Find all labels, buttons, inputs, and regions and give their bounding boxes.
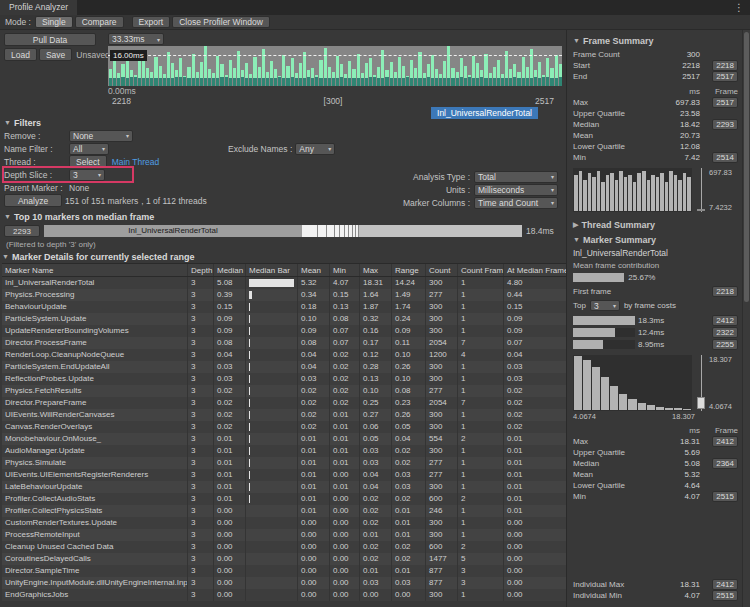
- marker-row[interactable]: ProcessRemoteInput30.000.000.000.010.013…: [2, 529, 566, 541]
- frame-link-button[interactable]: 2514: [712, 152, 738, 163]
- frame-link-button[interactable]: 2293: [712, 119, 738, 130]
- marker-row[interactable]: Inl_UniversalRenderTotal35.085.324.0718.…: [2, 277, 566, 289]
- frame-summary-chart-row: 697.83 7.4232: [573, 168, 738, 212]
- column-header[interactable]: Min: [330, 264, 360, 276]
- frame-bar: [534, 70, 537, 86]
- marker-row[interactable]: Canvas.RenderOverlays30.020.020.010.060.…: [2, 421, 566, 433]
- column-header[interactable]: Marker Name: [2, 264, 188, 276]
- top-markers-foldout[interactable]: ▼ Top 10 markers on median frame: [4, 210, 562, 223]
- marker-row[interactable]: Monobehaviour.OnMouse_30.010.010.010.050…: [2, 433, 566, 445]
- top-markers-bar[interactable]: Inl_UniversalRenderTotal: [44, 225, 522, 237]
- marker-row[interactable]: CustomRenderTextures.Update30.000.000.00…: [2, 517, 566, 529]
- marker-row[interactable]: BehaviourUpdate30.150.180.131.871.743001…: [2, 301, 566, 313]
- frame-link-button[interactable]: 2515: [712, 491, 738, 502]
- marker-row[interactable]: Director.PrepareFrame30.020.020.020.250.…: [2, 397, 566, 409]
- selected-top-marker-segment[interactable]: Inl_UniversalRenderTotal: [44, 225, 302, 237]
- column-header[interactable]: Depth: [188, 264, 214, 276]
- first-frame-button[interactable]: 2218: [712, 286, 738, 297]
- top-marker-segment[interactable]: [318, 225, 328, 237]
- analyze-button[interactable]: Analyze: [4, 194, 62, 207]
- frame-link-button[interactable]: 2255: [712, 339, 738, 350]
- marker-row[interactable]: Cleanup Unused Cached Data30.000.000.000…: [2, 541, 566, 553]
- marker-row[interactable]: Profiler.CollectAudioStats30.010.010.000…: [2, 493, 566, 505]
- marker-row[interactable]: ParticleSystem.EndUpdateAll30.030.040.02…: [2, 361, 566, 373]
- remove-dropdown[interactable]: None ▾: [69, 130, 133, 142]
- frame-link-button[interactable]: 2412: [712, 315, 738, 326]
- column-header[interactable]: Count Frame: [458, 264, 504, 276]
- thread-summary-foldout[interactable]: ▶ Thread Summary: [573, 218, 738, 231]
- kebab-menu-icon[interactable]: ⋮: [734, 2, 744, 13]
- marker-row[interactable]: Physics.Processing30.390.340.151.641.492…: [2, 289, 566, 301]
- name-filter-dropdown[interactable]: All ▾: [69, 143, 109, 155]
- window-body: Pull Data Load Save Unsaved 1 33.33ms ▾: [0, 30, 750, 607]
- frame-bar: [501, 74, 504, 86]
- marker-row[interactable]: UIEvents.WillRenderCanvases30.020.020.01…: [2, 409, 566, 421]
- marker-row[interactable]: RenderLoop.CleanupNodeQueue30.040.040.02…: [2, 349, 566, 361]
- top-marker-segment[interactable]: [302, 225, 317, 237]
- marker-row[interactable]: UIEvents.UIElementsRegisterRenderers30.0…: [2, 469, 566, 481]
- marker-row[interactable]: EndGraphicsJobs30.000.000.000.000.003001…: [2, 589, 566, 601]
- mode-single-button[interactable]: Single: [35, 16, 73, 28]
- marker-row[interactable]: Profiler.CollectPhysicsStats30.000.010.0…: [2, 505, 566, 517]
- save-button[interactable]: Save: [39, 48, 72, 61]
- thread-select-button[interactable]: Select: [69, 155, 107, 168]
- marker-row[interactable]: AudioManager.Update30.010.010.010.030.02…: [2, 445, 566, 457]
- vertical-scrollbar[interactable]: [742, 30, 750, 607]
- column-header[interactable]: Count: [426, 264, 458, 276]
- marker-row[interactable]: CoroutinesDelayedCalls30.000.000.000.020…: [2, 553, 566, 565]
- top-marker-segment[interactable]: [356, 225, 359, 237]
- column-header[interactable]: Max: [360, 264, 392, 276]
- column-header[interactable]: At Median Frame: [504, 264, 566, 276]
- threshold-label: 16.00ms: [110, 50, 147, 61]
- marker-row[interactable]: UpdateRendererBoundingVolumes30.090.090.…: [2, 325, 566, 337]
- marker-row[interactable]: ParticleSystem.Update30.090.100.080.320.…: [2, 313, 566, 325]
- frame-link-button[interactable]: 2515: [712, 590, 738, 601]
- mode-compare-button[interactable]: Compare: [75, 16, 124, 28]
- boxplot-labels: 697.83 7.4232: [709, 168, 738, 212]
- window-tab[interactable]: Profile Analyzer: [0, 0, 77, 15]
- frame-link-button[interactable]: 2517: [712, 71, 738, 82]
- marker-details-foldout[interactable]: ▼ Marker Details for currently selected …: [2, 250, 566, 263]
- frame-link-button[interactable]: 2517: [712, 97, 738, 108]
- top-marker-segment[interactable]: [327, 225, 334, 237]
- marker-row[interactable]: Physics.FetchResults30.020.020.020.100.0…: [2, 385, 566, 397]
- column-header[interactable]: Range: [392, 264, 426, 276]
- marker-table-header: Marker NameDepthMedianMedian BarMeanMinM…: [2, 263, 566, 277]
- parent-marker-value: None: [69, 183, 89, 193]
- frame-link-button[interactable]: 2322: [712, 327, 738, 338]
- filters-foldout[interactable]: ▼ Filters: [4, 116, 562, 129]
- marker-row[interactable]: Director.SampleTime30.000.000.000.010.01…: [2, 565, 566, 577]
- frame-summary-foldout[interactable]: ▼ Frame Summary: [573, 34, 738, 47]
- frame-scale-dropdown[interactable]: 33.33ms ▾: [108, 33, 164, 45]
- top-n-dropdown[interactable]: 3 ▾: [590, 300, 620, 311]
- frame-bar: [484, 54, 487, 86]
- frame-time-chart[interactable]: 16.00ms: [108, 46, 562, 86]
- close-profiler-window-button[interactable]: Close Profiler Window: [172, 16, 270, 28]
- marker-summary-foldout[interactable]: ▼ Marker Summary: [573, 233, 738, 246]
- column-header[interactable]: Median: [214, 264, 246, 276]
- exclude-names-dropdown[interactable]: Any ▾: [295, 143, 335, 155]
- summary-row-frame: 2218: [700, 60, 738, 71]
- marker-row[interactable]: ReflectionProbes.Update30.030.030.020.13…: [2, 373, 566, 385]
- frame-link-button[interactable]: 2412: [712, 579, 738, 590]
- marker-row[interactable]: UnityEngine.InputModule.dllUnityEngineIn…: [2, 577, 566, 589]
- column-header[interactable]: Median Bar: [246, 264, 298, 276]
- load-button[interactable]: Load: [4, 48, 37, 61]
- marker-row[interactable]: Physics.Simulate30.010.010.010.030.02277…: [2, 457, 566, 469]
- analysis-type-dropdown[interactable]: Total ▾: [474, 171, 558, 183]
- depth-slice-dropdown[interactable]: 3 ▾: [69, 169, 105, 181]
- scrollbar-thumb[interactable]: [744, 32, 749, 302]
- median-frame-button[interactable]: 2293: [4, 225, 40, 237]
- median-bar: [249, 399, 250, 407]
- frame-link-button[interactable]: 2412: [712, 436, 738, 447]
- column-header[interactable]: Mean: [298, 264, 330, 276]
- units-dropdown[interactable]: Milliseconds ▾: [474, 184, 558, 196]
- marker-row[interactable]: Director.ProcessFrame30.080.080.070.170.…: [2, 337, 566, 349]
- pull-data-button[interactable]: Pull Data: [4, 33, 96, 46]
- top-frame-cost: 12.4ms: [638, 328, 697, 337]
- frame-link-button[interactable]: 2364: [712, 458, 738, 469]
- frame-link-button[interactable]: 2218: [712, 60, 738, 71]
- marker-columns-dropdown[interactable]: Time and Count ▾: [474, 197, 558, 209]
- export-button[interactable]: Export: [132, 16, 171, 28]
- marker-row[interactable]: LateBehaviourUpdate30.010.010.010.040.03…: [2, 481, 566, 493]
